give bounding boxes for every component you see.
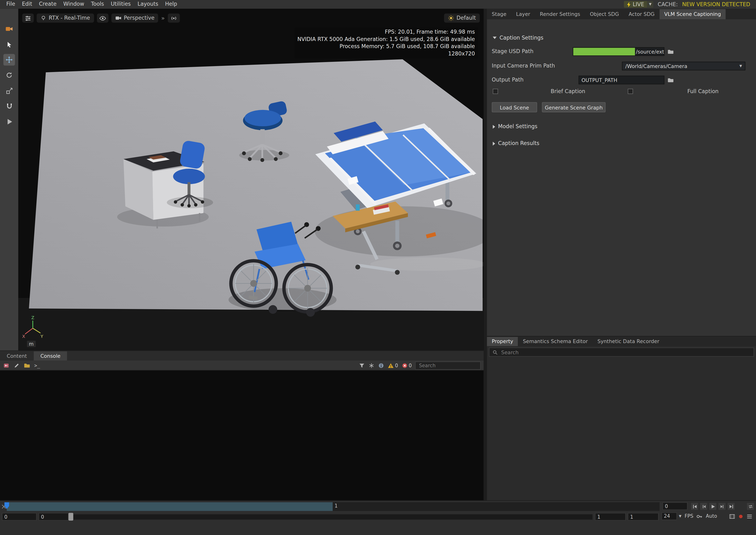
rotate-tool-button[interactable] [3, 70, 15, 81]
autokey-icon[interactable] [696, 514, 702, 520]
model-settings-header[interactable]: Model Settings [493, 124, 537, 129]
snap-tool-button[interactable] [3, 100, 15, 112]
load-scene-button[interactable]: Load Scene [492, 102, 537, 112]
stat-memory: Process Memory: 5.7 GiB used, 108.7 GiB … [297, 43, 475, 50]
axis-y-label: Y [40, 334, 43, 339]
caption-results-title: Caption Results [498, 140, 539, 146]
asterisk-icon[interactable] [369, 362, 375, 368]
grid-unit-chip[interactable]: m [27, 340, 36, 348]
visibility-button[interactable] [97, 14, 108, 23]
timeline-menu-icon[interactable] [746, 514, 752, 520]
video-camera-icon [115, 15, 121, 21]
timeline-zoom-slider[interactable] [69, 514, 593, 520]
fps-dropdown-caret[interactable]: ▼ [679, 515, 681, 518]
fps-value[interactable]: 24 [661, 513, 677, 520]
playhead-frame-input[interactable] [39, 513, 69, 521]
current-frame-input[interactable] [662, 502, 687, 510]
tab-stage[interactable]: Stage [487, 9, 511, 19]
tab-semantics-schema-editor[interactable]: Semantics Schema Editor [518, 337, 593, 346]
move-tool-button[interactable] [3, 54, 15, 66]
folder-icon[interactable] [24, 362, 30, 368]
record-icon[interactable] [738, 514, 744, 520]
scene-3d[interactable] [18, 9, 484, 351]
range-end-input[interactable] [595, 513, 626, 521]
goto-start-button[interactable] [690, 502, 699, 511]
console-search-input[interactable] [418, 362, 478, 368]
tab-property[interactable]: Property [487, 337, 518, 346]
camera-tool-button[interactable] [3, 23, 15, 35]
menu-create[interactable]: Create [36, 0, 60, 9]
axis-gizmo[interactable]: Z X Y [21, 315, 44, 339]
timeline-scrubber[interactable]: 1 [7, 502, 659, 511]
output-path-browse-button[interactable] [666, 75, 675, 84]
console-output[interactable] [0, 370, 484, 501]
film-icon[interactable] [729, 514, 735, 520]
brief-caption-checkbox[interactable] [493, 89, 498, 94]
menu-utilities[interactable]: Utilities [107, 0, 134, 9]
caption-settings-header[interactable]: Caption Settings [493, 35, 544, 41]
error-count: 0 [408, 363, 412, 368]
property-panel-body[interactable] [487, 358, 756, 500]
camera-label: Perspective [124, 15, 154, 21]
menu-tools[interactable]: Tools [88, 0, 108, 9]
output-path-field[interactable]: OUTPUT_PATH [578, 75, 664, 84]
timeline-range-fill [7, 502, 332, 511]
range-start-input[interactable] [2, 513, 37, 521]
full-caption-checkbox[interactable] [628, 89, 633, 94]
generate-scene-graph-button[interactable]: Generate Scene Graph [542, 102, 606, 112]
camera-selector[interactable]: Perspective [111, 14, 158, 23]
step-back-button[interactable] [700, 502, 708, 511]
error-icon[interactable] [402, 362, 407, 368]
edit-icon[interactable] [14, 362, 20, 368]
tab-actor-sdg[interactable]: Actor SDG [624, 9, 659, 19]
model-settings-title: Model Settings [498, 124, 538, 129]
viewport-3d[interactable]: RTX - Real-Time Perspective » Default FP… [18, 9, 484, 351]
broadcast-button[interactable] [168, 14, 180, 23]
chevrons-icon[interactable]: » [161, 15, 165, 21]
input-camera-label: Input Camera Prim Path [492, 62, 555, 70]
tab-console[interactable]: Console [34, 352, 67, 361]
property-search-input[interactable] [500, 349, 751, 355]
renderer-label: RTX - Real-Time [48, 15, 90, 21]
goto-end-button[interactable] [727, 502, 735, 511]
menu-edit[interactable]: Edit [18, 0, 36, 9]
menu-help[interactable]: Help [162, 0, 181, 9]
loop-button[interactable] [746, 502, 755, 511]
info-icon[interactable] [378, 362, 384, 368]
tab-object-sdg[interactable]: Object SDG [585, 9, 624, 19]
menu-layouts[interactable]: Layouts [134, 0, 162, 9]
caption-results-header[interactable]: Caption Results [493, 140, 539, 146]
scale-tool-button[interactable] [3, 85, 15, 97]
stage-usd-path-browse-button[interactable] [666, 47, 675, 56]
viewport-header-toolbar: RTX - Real-Time Perspective » [22, 14, 180, 23]
viewport-stats: FPS: 20.01, Frame time: 49.98 ms NVIDIA … [294, 27, 478, 58]
live-sync-button[interactable]: LIVE [624, 1, 647, 8]
scale-icon [6, 87, 13, 94]
clear-console-icon[interactable] [3, 362, 10, 368]
filter-icon[interactable] [359, 362, 365, 368]
play-tool-button[interactable] [3, 116, 15, 127]
step-forward-button[interactable] [718, 502, 726, 511]
input-camera-dropdown[interactable]: /World/Cameras/Camera ▼ [622, 62, 745, 70]
tab-render-settings[interactable]: Render Settings [535, 9, 585, 19]
tab-synthetic-data-recorder[interactable]: Synthetic Data Recorder [593, 337, 664, 346]
renderer-selector[interactable]: RTX - Real-Time [37, 14, 94, 23]
fps-label: FPS [685, 512, 693, 521]
chevron-down-icon: ▼ [740, 65, 742, 68]
viewport-options-button[interactable] [22, 14, 34, 23]
terminal-prompt[interactable]: >_ [34, 363, 40, 368]
timeline-zoom-handle[interactable] [69, 513, 73, 521]
tab-layer[interactable]: Layer [511, 9, 535, 19]
new-version-notice[interactable]: NEW VERSION DETECTED [682, 1, 750, 7]
select-tool-button[interactable] [3, 39, 15, 50]
menu-window[interactable]: Window [60, 0, 88, 9]
tab-content[interactable]: Content [0, 352, 34, 361]
stage-usd-path-field[interactable]: /source/exte [573, 47, 664, 56]
end-frame-input[interactable] [628, 513, 658, 521]
tab-vlm-scene-captioning[interactable]: VLM Scene Captioning [659, 9, 726, 19]
lighting-preset-selector[interactable]: Default [444, 14, 480, 23]
warning-icon[interactable] [388, 362, 394, 368]
live-dropdown-button[interactable]: ▼ [647, 1, 653, 8]
play-button[interactable] [709, 502, 717, 511]
menu-file[interactable]: File [3, 0, 18, 9]
